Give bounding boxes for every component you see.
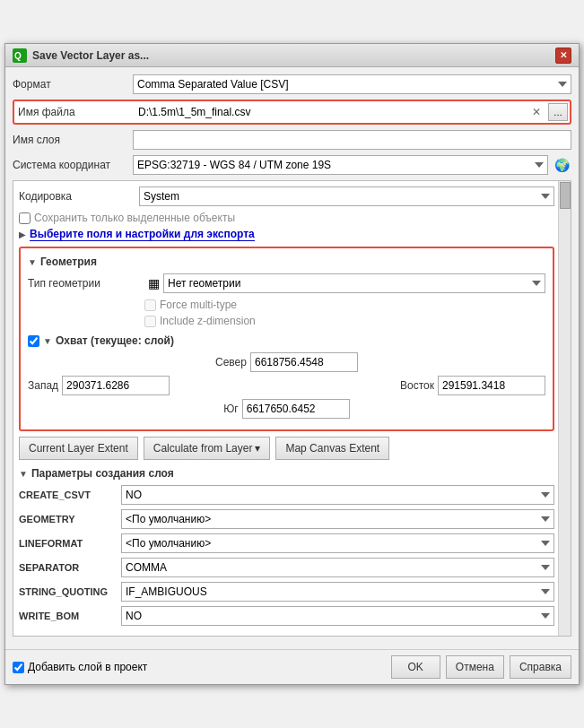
param-key: SEPARATOR	[19, 562, 118, 573]
force-multi-checkbox[interactable]	[144, 299, 156, 311]
param-key: WRITE_BOM	[19, 611, 118, 621]
current-layer-extent-button[interactable]: Current Layer Extent	[19, 437, 138, 460]
geometry-arrow: ▼	[28, 257, 37, 267]
main-window: Q Save Vector Layer as... ✕ Формат Comma…	[4, 43, 580, 685]
map-canvas-extent-button[interactable]: Map Canvas Extent	[275, 437, 389, 460]
param-row: GEOMETRY<По умолчанию>	[19, 509, 554, 529]
help-button[interactable]: Справка	[510, 655, 571, 679]
east-label: Восток	[400, 379, 434, 392]
footer-left: Добавить слой в проект	[13, 661, 386, 673]
cancel-button[interactable]: Отмена	[446, 655, 504, 679]
crs-row: Система координат EPSG:32719 - WGS 84 / …	[13, 155, 571, 175]
calculate-from-layer-button[interactable]: Calculate from Layer ▾	[144, 437, 271, 460]
south-group: Юг	[223, 399, 350, 419]
filename-browse-button[interactable]: …	[548, 103, 568, 121]
filename-label: Имя файла	[16, 106, 131, 118]
force-multi-row: Force multi-type	[144, 299, 545, 311]
scrollable-section: Кодировка System Сохранить только выделе…	[13, 180, 571, 637]
params-rows: CREATE_CSVTNOGEOMETRY<По умолчанию>LINEF…	[19, 485, 554, 626]
geo-table-icon: ▦	[148, 276, 160, 290]
format-label: Формат	[13, 78, 129, 91]
param-row: CREATE_CSVTNO	[19, 485, 554, 505]
encoding-label: Кодировка	[19, 190, 135, 203]
include-z-row: Include z-dimension	[144, 315, 545, 327]
svg-text:Q: Q	[14, 51, 22, 61]
geometry-header[interactable]: ▼ Геометрия	[28, 256, 545, 268]
params-title: Параметры создания слоя	[31, 467, 174, 480]
west-group: Запад	[28, 376, 170, 395]
include-z-label: Include z-dimension	[160, 315, 256, 327]
param-value-select[interactable]: <По умолчанию>	[121, 509, 554, 529]
extent-section: ▼ Охват (текущее: слой) Север Запад	[28, 334, 545, 419]
params-section: ▼ Параметры создания слоя CREATE_CSVTNOG…	[19, 467, 554, 626]
layername-input[interactable]	[133, 130, 571, 150]
geo-type-label: Тип геометрии	[28, 277, 144, 290]
save-selected-row: Сохранить только выделенные объекты	[19, 212, 554, 224]
encoding-select[interactable]: System	[139, 186, 554, 206]
ew-row: Запад Восток	[28, 376, 545, 395]
north-input[interactable]	[250, 352, 358, 372]
param-row: SEPARATORCOMMA	[19, 558, 554, 577]
geometry-section: ▼ Геометрия Тип геометрии ▦ Нет геометри…	[19, 247, 554, 431]
ok-button[interactable]: OK	[391, 655, 440, 679]
param-key: LINEFORMAT	[19, 538, 118, 549]
filename-input[interactable]	[135, 103, 525, 121]
extent-header[interactable]: ▼ Охват (текущее: слой)	[28, 334, 545, 347]
north-group: Север	[215, 352, 358, 372]
save-selected-checkbox[interactable]	[19, 212, 31, 224]
close-button[interactable]: ✕	[555, 48, 571, 64]
filename-row: Имя файла ✕ …	[13, 100, 571, 125]
west-label: Запад	[28, 379, 58, 392]
param-value-select[interactable]: NO	[121, 485, 554, 505]
add-to-project-checkbox[interactable]	[13, 662, 24, 673]
param-value-select[interactable]: COMMA	[121, 558, 554, 577]
east-group: Восток	[400, 376, 545, 395]
force-multi-label: Force multi-type	[160, 299, 237, 311]
scrollbar-thumb[interactable]	[560, 182, 571, 209]
geometry-title: Геометрия	[40, 256, 97, 268]
param-row: STRING_QUOTINGIF_AMBIGUOUS	[19, 582, 554, 602]
title-bar-left: Q Save Vector Layer as...	[13, 48, 149, 63]
filename-clear-button[interactable]: ✕	[528, 104, 545, 120]
crs-globe-icon[interactable]: 🌍	[552, 155, 571, 175]
scrollbar[interactable]	[558, 181, 571, 636]
export-fields-arrow: ▶	[19, 230, 26, 239]
geo-select-wrapper: ▦ Нет геометрии	[148, 273, 545, 293]
param-value-select[interactable]: IF_AMBIGUOUS	[121, 582, 554, 602]
app-icon: Q	[13, 48, 27, 63]
params-header[interactable]: ▼ Параметры создания слоя	[19, 467, 554, 480]
crs-label: Система координат	[13, 159, 129, 171]
extent-title: Охват (текущее: слой)	[56, 334, 174, 347]
export-fields-header[interactable]: ▶ Выберите поля и настройки для экспорта	[19, 228, 554, 241]
main-content: Формат Comma Separated Value [CSV] Имя ф…	[5, 67, 579, 649]
add-to-project-label: Добавить слой в проект	[28, 661, 147, 673]
param-value-select[interactable]: NO	[121, 606, 554, 626]
north-label: Север	[215, 356, 247, 368]
save-selected-label: Сохранить только выделенные объекты	[34, 212, 235, 224]
param-value-select[interactable]: <По умолчанию>	[121, 533, 554, 553]
extent-checkbox[interactable]	[28, 335, 39, 347]
south-label: Юг	[223, 403, 239, 415]
south-input[interactable]	[242, 399, 350, 419]
param-key: GEOMETRY	[19, 514, 118, 524]
title-bar: Q Save Vector Layer as... ✕	[5, 44, 579, 67]
params-arrow: ▼	[19, 469, 28, 479]
layername-row: Имя слоя	[13, 130, 571, 150]
east-input[interactable]	[438, 376, 545, 395]
param-key: CREATE_CSVT	[19, 490, 118, 500]
geo-type-select[interactable]: Нет геометрии	[163, 273, 545, 293]
layername-label: Имя слоя	[13, 134, 129, 146]
west-input[interactable]	[62, 376, 170, 395]
south-row: Юг	[28, 399, 545, 419]
param-key: STRING_QUOTING	[19, 586, 118, 597]
extent-arrow: ▼	[43, 336, 52, 346]
format-select[interactable]: Comma Separated Value [CSV]	[133, 74, 571, 94]
north-row: Север	[28, 352, 545, 372]
format-row: Формат Comma Separated Value [CSV]	[13, 74, 571, 94]
include-z-checkbox[interactable]	[144, 316, 156, 327]
crs-select[interactable]: EPSG:32719 - WGS 84 / UTM zone 19S	[133, 155, 548, 175]
param-row: WRITE_BOMNO	[19, 606, 554, 626]
footer: Добавить слой в проект OK Отмена Справка	[5, 649, 579, 684]
export-fields-link[interactable]: Выберите поля и настройки для экспорта	[30, 228, 255, 241]
extent-buttons-row: Current Layer Extent Calculate from Laye…	[19, 437, 554, 460]
